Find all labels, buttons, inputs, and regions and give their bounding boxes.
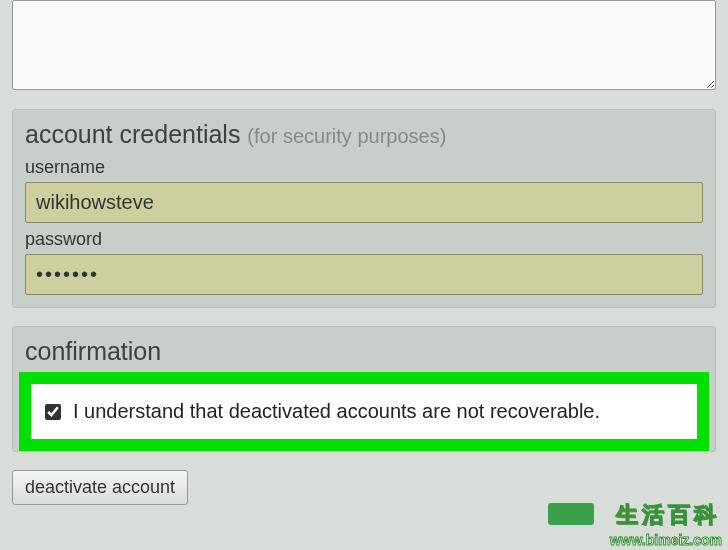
credentials-subtitle: (for security purposes) bbox=[247, 125, 446, 147]
deactivate-button[interactable]: deactivate account bbox=[12, 470, 188, 505]
username-input[interactable] bbox=[25, 182, 703, 223]
credentials-title: account credentials (for security purpos… bbox=[25, 120, 703, 149]
password-input[interactable] bbox=[25, 254, 703, 295]
password-label: password bbox=[25, 229, 703, 250]
confirmation-checkbox[interactable] bbox=[45, 404, 61, 420]
username-label: username bbox=[25, 157, 703, 178]
confirmation-box: I understand that deactivated accounts a… bbox=[31, 384, 697, 439]
confirmation-title: confirmation bbox=[25, 337, 703, 366]
button-row: deactivate account bbox=[12, 470, 716, 505]
watermark-badge-icon bbox=[548, 503, 594, 525]
credentials-panel: account credentials (for security purpos… bbox=[12, 109, 716, 308]
confirmation-text: I understand that deactivated accounts a… bbox=[73, 400, 600, 423]
credentials-title-text: account credentials bbox=[25, 120, 240, 148]
confirmation-highlight: I understand that deactivated accounts a… bbox=[19, 372, 709, 451]
watermark-url: www.bimeiz.com bbox=[610, 532, 722, 548]
confirmation-panel: confirmation I understand that deactivat… bbox=[12, 326, 716, 452]
watermark: 生活百科 www.bimeiz.com bbox=[548, 500, 728, 550]
top-textarea-container bbox=[12, 0, 716, 95]
notes-textarea[interactable] bbox=[12, 0, 716, 90]
